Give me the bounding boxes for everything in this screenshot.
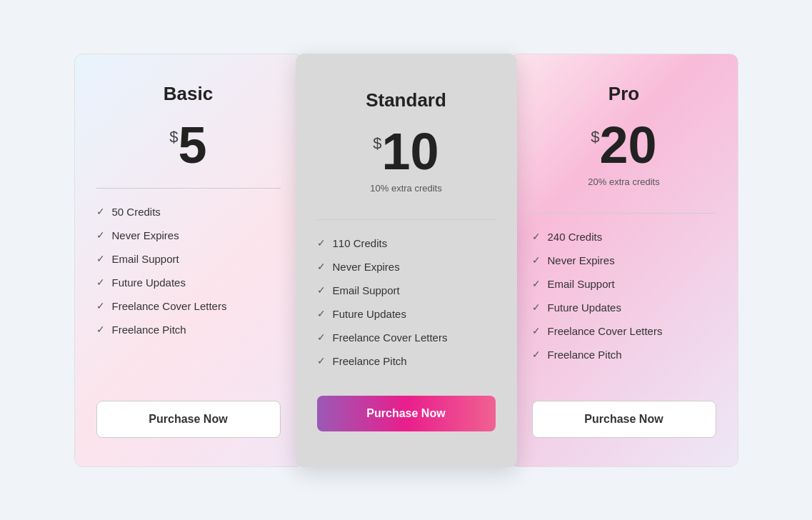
feature-label-basic-1: Never Expires: [112, 229, 179, 241]
check-icon-standard-0: ✓: [317, 237, 326, 249]
pricing-card-pro: Pro $ 20 20% extra credits ✓ 240 Credits…: [510, 54, 738, 467]
price-block-standard: $ 10: [373, 126, 438, 177]
feature-label-basic-4: Freelance Cover Letters: [112, 300, 227, 312]
features-list-standard: ✓ 110 Credits ✓ Never Expires ✓ Email Su…: [317, 237, 496, 367]
check-icon-pro-4: ✓: [532, 325, 541, 336]
feature-label-pro-0: 240 Credits: [548, 231, 603, 243]
feature-item-standard-5: ✓ Freelance Pitch: [317, 355, 496, 367]
pricing-card-standard: Standard $ 10 10% extra credits ✓ 110 Cr…: [296, 54, 517, 467]
check-icon-pro-3: ✓: [532, 301, 541, 313]
check-icon-pro-1: ✓: [532, 254, 541, 266]
pricing-card-basic: Basic $ 5 ✓ 50 Credits ✓ Never Expires ✓: [74, 54, 303, 467]
check-icon-standard-5: ✓: [317, 355, 326, 366]
currency-symbol-standard: $: [373, 134, 381, 153]
feature-label-standard-3: Future Updates: [333, 308, 406, 320]
feature-item-standard-0: ✓ 110 Credits: [317, 237, 496, 249]
check-icon-standard-3: ✓: [317, 308, 326, 319]
extra-credits-standard: 10% extra credits: [370, 183, 441, 194]
plan-name-pro: Pro: [608, 83, 639, 105]
feature-label-basic-3: Future Updates: [112, 276, 186, 289]
purchase-button-pro[interactable]: Purchase Now: [532, 401, 716, 438]
feature-item-basic-4: ✓ Freelance Cover Letters: [96, 300, 281, 312]
check-icon-pro-0: ✓: [532, 231, 541, 242]
feature-item-basic-1: ✓ Never Expires: [96, 229, 281, 241]
feature-item-pro-3: ✓ Future Updates: [532, 301, 716, 314]
feature-label-basic-5: Freelance Pitch: [112, 324, 186, 336]
check-icon-basic-1: ✓: [96, 229, 105, 241]
feature-item-pro-2: ✓ Email Support: [532, 278, 716, 290]
feature-label-pro-4: Freelance Cover Letters: [548, 325, 663, 337]
check-icon-basic-0: ✓: [96, 206, 105, 217]
check-icon-basic-4: ✓: [96, 300, 105, 311]
feature-item-basic-0: ✓ 50 Credits: [96, 206, 281, 218]
feature-item-standard-4: ✓ Freelance Cover Letters: [317, 331, 496, 344]
feature-item-basic-2: ✓ Email Support: [96, 253, 281, 265]
check-icon-standard-4: ✓: [317, 331, 326, 343]
divider-basic: [96, 188, 281, 189]
price-amount-basic: 5: [179, 119, 207, 171]
price-amount-pro: 20: [600, 119, 657, 171]
plan-name-standard: Standard: [366, 89, 446, 111]
price-amount-standard: 10: [382, 126, 439, 177]
check-icon-standard-2: ✓: [317, 284, 326, 296]
feature-label-basic-0: 50 Credits: [112, 206, 161, 218]
check-icon-basic-3: ✓: [96, 276, 105, 288]
currency-symbol-pro: $: [591, 128, 599, 146]
feature-item-standard-3: ✓ Future Updates: [317, 308, 496, 320]
currency-symbol-basic: $: [169, 128, 178, 146]
price-block-basic: $ 5: [169, 119, 206, 171]
feature-label-pro-5: Freelance Pitch: [548, 349, 622, 361]
feature-label-standard-1: Never Expires: [333, 261, 400, 273]
plan-name-basic: Basic: [164, 83, 213, 105]
features-list-pro: ✓ 240 Credits ✓ Never Expires ✓ Email Su…: [532, 231, 716, 372]
check-icon-pro-5: ✓: [532, 349, 541, 360]
features-list-basic: ✓ 50 Credits ✓ Never Expires ✓ Email Sup…: [96, 206, 281, 372]
feature-item-pro-4: ✓ Freelance Cover Letters: [532, 325, 716, 337]
pricing-container: Basic $ 5 ✓ 50 Credits ✓ Never Expires ✓: [0, 39, 812, 481]
feature-label-standard-5: Freelance Pitch: [333, 355, 407, 367]
feature-item-pro-1: ✓ Never Expires: [532, 254, 716, 266]
purchase-button-standard[interactable]: Purchase Now: [317, 396, 496, 431]
check-icon-pro-2: ✓: [532, 278, 541, 289]
divider-pro: [532, 213, 716, 214]
purchase-button-basic[interactable]: Purchase Now: [96, 401, 281, 438]
check-icon-basic-5: ✓: [96, 324, 105, 335]
feature-label-standard-2: Email Support: [333, 284, 400, 296]
divider-standard: [317, 219, 496, 220]
check-icon-standard-1: ✓: [317, 261, 326, 272]
feature-item-basic-3: ✓ Future Updates: [96, 276, 281, 289]
check-icon-basic-2: ✓: [96, 253, 105, 264]
price-block-pro: $ 20: [591, 119, 656, 171]
feature-label-pro-2: Email Support: [548, 278, 615, 290]
feature-item-pro-0: ✓ 240 Credits: [532, 231, 716, 243]
feature-item-standard-1: ✓ Never Expires: [317, 261, 496, 273]
feature-label-standard-0: 110 Credits: [333, 237, 388, 249]
feature-item-standard-2: ✓ Email Support: [317, 284, 496, 296]
feature-label-basic-2: Email Support: [112, 253, 179, 265]
feature-label-pro-1: Never Expires: [548, 254, 615, 266]
feature-item-pro-5: ✓ Freelance Pitch: [532, 349, 716, 361]
extra-credits-pro: 20% extra credits: [588, 176, 659, 187]
feature-label-standard-4: Freelance Cover Letters: [333, 331, 448, 344]
feature-item-basic-5: ✓ Freelance Pitch: [96, 324, 281, 336]
feature-label-pro-3: Future Updates: [548, 301, 621, 314]
